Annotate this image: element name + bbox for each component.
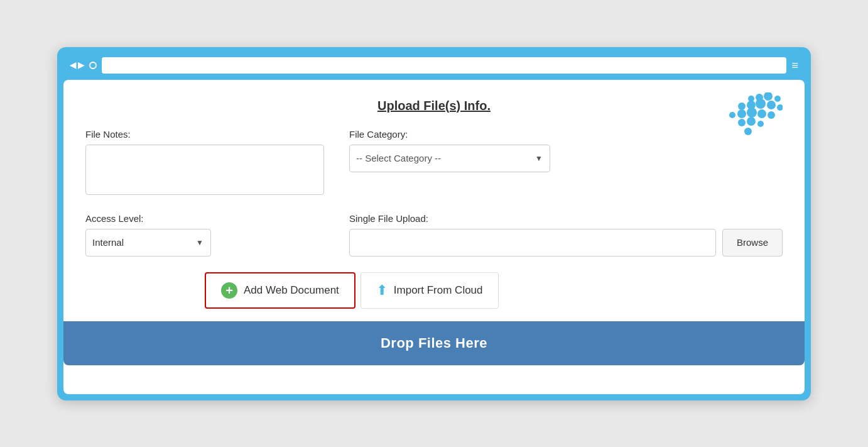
file-notes-input[interactable] — [85, 145, 324, 195]
drop-zone[interactable]: Drop Files Here — [63, 321, 805, 365]
svg-point-2 — [764, 92, 773, 101]
add-circle-icon: + — [221, 282, 237, 299]
top-form-row: File Notes: File Category: -- Select Cat… — [85, 129, 783, 197]
address-bar[interactable] — [102, 57, 786, 74]
svg-point-13 — [768, 111, 775, 119]
svg-point-12 — [757, 109, 766, 118]
file-category-section: File Category: -- Select Category -- Doc… — [349, 129, 783, 197]
back-arrow[interactable]: ◀ — [70, 60, 76, 70]
single-upload-row: Browse — [349, 229, 783, 257]
action-buttons-row: + Add Web Document ⬆ Import From Cloud — [85, 272, 783, 309]
svg-point-16 — [757, 121, 764, 127]
svg-point-3 — [774, 96, 781, 102]
svg-point-8 — [777, 104, 783, 111]
drop-zone-text: Drop Files Here — [381, 335, 487, 351]
svg-point-11 — [747, 108, 757, 118]
single-file-label: Single File Upload: — [349, 213, 783, 224]
svg-point-10 — [737, 109, 746, 118]
access-level-label: Access Level: — [85, 213, 324, 224]
forward-arrow[interactable]: ▶ — [78, 60, 84, 70]
single-file-upload-section: Single File Upload: Browse — [349, 213, 783, 257]
browser-window: ◀ ▶ ≡ Upload File(s) Info. — [57, 47, 811, 400]
file-path-input[interactable] — [349, 229, 716, 257]
browser-content: Upload File(s) Info. — [63, 80, 805, 394]
add-web-document-label: Add Web Document — [244, 284, 339, 297]
svg-point-9 — [729, 112, 735, 118]
browser-toolbar: ◀ ▶ ≡ — [63, 53, 805, 80]
svg-point-4 — [738, 102, 746, 110]
access-select-wrapper: Internal External Public Private — [85, 229, 211, 257]
address-circle-icon — [89, 62, 97, 69]
access-upload-row: Access Level: Internal External Public P… — [85, 213, 783, 257]
file-category-label: File Category: — [349, 129, 783, 140]
nav-arrows: ◀ ▶ — [70, 60, 84, 70]
import-from-cloud-button[interactable]: ⬆ Import From Cloud — [361, 272, 499, 309]
svg-point-7 — [767, 101, 776, 109]
access-level-section: Access Level: Internal External Public P… — [85, 213, 324, 257]
menu-icon[interactable]: ≡ — [791, 60, 798, 71]
browse-button[interactable]: Browse — [722, 229, 783, 257]
import-cloud-label: Import From Cloud — [394, 284, 483, 297]
file-notes-section: File Notes: — [85, 129, 324, 197]
svg-point-15 — [747, 117, 756, 126]
category-select-wrapper: -- Select Category -- Documents Images V… — [349, 145, 550, 172]
svg-point-6 — [756, 99, 766, 109]
svg-point-14 — [738, 119, 746, 126]
access-level-select[interactable]: Internal External Public Private — [85, 229, 211, 257]
category-select[interactable]: -- Select Category -- Documents Images V… — [349, 145, 550, 172]
page-title: Upload File(s) Info. — [85, 99, 783, 113]
upload-cloud-icon: ⬆ — [376, 282, 388, 299]
file-notes-label: File Notes: — [85, 129, 324, 140]
add-web-document-button[interactable]: + Add Web Document — [205, 272, 355, 309]
